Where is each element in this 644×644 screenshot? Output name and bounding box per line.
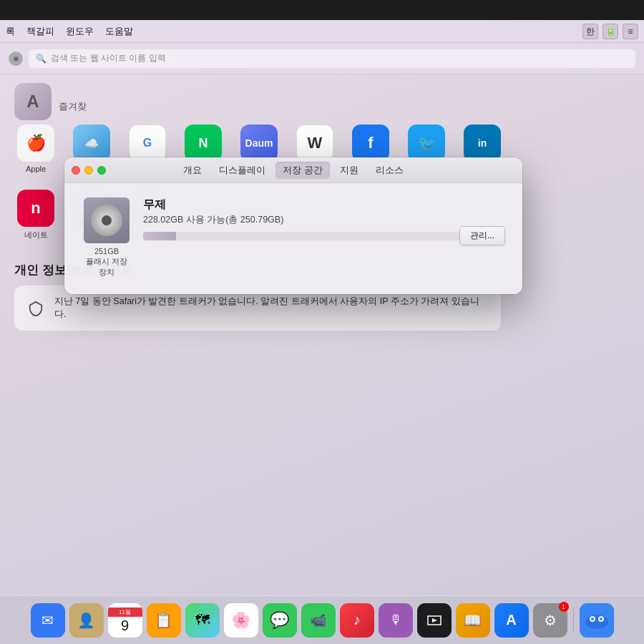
icloud-icon: ☁️ [73, 125, 110, 162]
disk-bar-used [143, 232, 176, 240]
privacy-message: 지난 7일 동안 Safari가 발견한 트래커가 없습니다. 알려진 트래커에… [54, 296, 489, 321]
tab-resources[interactable]: 리소스 [369, 162, 411, 179]
apple-icon: 🍎 [17, 125, 54, 162]
dock: ✉ 👤 11월 9 📋 🗺 🌸 💬 📹 ♪ 🎙 📖 A [0, 595, 644, 644]
menu-item-help[interactable]: 도움말 [105, 25, 133, 38]
bookmark-label-nate: 네이트 [24, 230, 48, 240]
tab-support[interactable]: 지원 [333, 162, 366, 179]
tab-storage[interactable]: 저장 공간 [275, 162, 330, 179]
nate-icon: n [17, 190, 54, 227]
screen: 록 책갈피 윈도우 도움말 한 🔋 ≡ ◉ 🔍 검색 또는 웹 사이트 이름 입… [0, 0, 644, 644]
favorites-label: 즐겨찾 [59, 100, 87, 113]
svg-point-6 [600, 618, 602, 620]
svg-marker-0 [432, 618, 437, 623]
shield-icon [26, 298, 46, 318]
dock-maps[interactable]: 🗺 [185, 603, 220, 638]
dock-mail[interactable]: ✉ [31, 603, 65, 638]
settings-badge: 1 [559, 602, 569, 612]
language-icon[interactable]: 한 [582, 24, 598, 39]
dock-settings[interactable]: ⚙ 1 [533, 603, 567, 638]
dock-music[interactable]: ♪ [340, 603, 374, 638]
svg-point-2 [585, 615, 608, 629]
menu-bar: 록 책갈피 윈도우 도움말 [0, 20, 644, 43]
search-icon: 🔍 [36, 54, 47, 64]
address-bar[interactable]: 🔍 검색 또는 웹 사이트 이름 입력 [29, 49, 635, 68]
dock-contacts[interactable]: 👤 [69, 603, 104, 638]
hdd-icon-wrap: 251GB 플래시 저장 장치 [82, 197, 132, 277]
manage-button[interactable]: 관리... [459, 226, 505, 245]
dock-finder[interactable] [580, 603, 614, 638]
daum-icon: Daum [240, 125, 278, 162]
dock-reminders[interactable]: 📋 [147, 603, 181, 638]
twitter-icon: 🐦 [408, 125, 445, 162]
hdd-icon [84, 197, 130, 243]
siri-icon[interactable]: ◉ [9, 52, 23, 66]
dock-appstore[interactable]: A [494, 603, 529, 638]
letter-a-icon: A [14, 83, 52, 120]
tab-overview[interactable]: 개요 [176, 162, 209, 179]
disk-bar [143, 232, 505, 240]
search-placeholder: 검색 또는 웹 사이트 이름 입력 [51, 52, 166, 64]
top-bar [0, 0, 644, 20]
top-right-controls: 한 🔋 ≡ [582, 20, 638, 43]
dock-podcasts[interactable]: 🎙 [379, 603, 413, 638]
menu-icon[interactable]: ≡ [623, 24, 638, 39]
svg-point-5 [591, 618, 594, 620]
dock-facetime[interactable]: 📹 [301, 603, 336, 638]
dock-separator [573, 608, 574, 633]
calendar-month: 11월 [108, 608, 142, 617]
bookmark-apple[interactable]: 🍎 Apple [14, 125, 57, 173]
disk-available: 228.02GB 사용 가능(총 250.79GB) [143, 214, 505, 226]
calendar-day: 9 [121, 617, 129, 633]
naver-icon: N [185, 125, 222, 162]
syspref-dialog: 개요 디스플레이 저장 공간 지원 리소스 251GB 플래시 저장 장치 무제… [64, 157, 522, 294]
dock-appletv[interactable] [417, 603, 452, 638]
linkedin-icon: in [464, 125, 501, 162]
dialog-titlebar: 개요 디스플레이 저장 공간 지원 리소스 [64, 157, 522, 183]
dialog-content: 251GB 플래시 저장 장치 무제 228.02GB 사용 가능(총 250.… [64, 183, 522, 294]
dock-calendar[interactable]: 11월 9 [108, 603, 142, 638]
facebook-icon: f [352, 125, 389, 162]
battery-icon[interactable]: 🔋 [602, 24, 618, 39]
hdd-label: 251GB 플래시 저장 장치 [82, 246, 132, 277]
tab-display[interactable]: 디스플레이 [212, 162, 273, 179]
dock-messages[interactable]: 💬 [263, 603, 297, 638]
menu-item-window[interactable]: 윈도우 [66, 25, 94, 38]
dock-photos[interactable]: 🌸 [224, 603, 258, 638]
wiki-icon: W [296, 125, 333, 162]
disk-info: 무제 228.02GB 사용 가능(총 250.79GB) [143, 197, 505, 242]
dock-books[interactable]: 📖 [456, 603, 490, 638]
disk-name: 무제 [143, 197, 505, 213]
google-icon: G [129, 125, 166, 162]
safari-toolbar: ◉ 🔍 검색 또는 웹 사이트 이름 입력 [0, 43, 644, 74]
menu-item-bookmarks[interactable]: 책갈피 [26, 25, 54, 38]
dialog-tabs: 개요 디스플레이 저장 공간 지원 리소스 [64, 162, 522, 179]
bookmark-nate[interactable]: n 네이트 [14, 190, 57, 240]
menu-item-rok[interactable]: 록 [6, 25, 15, 38]
bookmark-label-apple: Apple [26, 165, 46, 173]
